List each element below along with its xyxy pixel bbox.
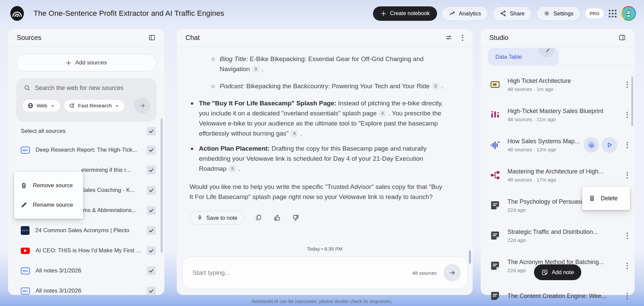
source-checkbox[interactable]: [147, 146, 156, 154]
studio-item[interactable]: Strategic Traffic and Distribution... 22…: [489, 220, 630, 251]
studio-item[interactable]: High Ticket Architecture 48 sources · 1m…: [489, 69, 630, 100]
source-checkbox[interactable]: [147, 186, 156, 195]
play-audio-button[interactable]: [602, 137, 617, 153]
studio-item-menu-icon[interactable]: [625, 110, 630, 120]
chat-settings-sliders-icon[interactable]: [444, 33, 454, 43]
web-filter-dropdown[interactable]: Web: [22, 99, 60, 112]
avatar-image: [622, 7, 635, 20]
pin-icon: [197, 215, 203, 221]
chat-bullet: The "Buy It For Life Basecamp" Splash Pa…: [190, 98, 447, 139]
note-icon: [489, 260, 501, 271]
sources-panel: Sources Add sources Search the web for n…: [8, 29, 164, 295]
source-row[interactable]: AI CEO: THIS is How I'd Make My First ..…: [16, 243, 156, 258]
add-note-button[interactable]: Add note: [534, 264, 581, 280]
research-mode-dropdown[interactable]: Fast Research: [64, 99, 125, 112]
notebooklm-doc-icon: m+: [21, 147, 30, 154]
studio-panel-header: Studio: [481, 29, 635, 47]
audio-actions: [584, 137, 617, 153]
source-checkbox[interactable]: [147, 246, 156, 255]
thumbs-up-icon[interactable]: [272, 213, 282, 223]
chat-scrollbar[interactable]: [469, 250, 471, 264]
trash-icon: [588, 195, 596, 202]
data-table-label: Data Table: [495, 54, 522, 60]
source-row[interactable]: m+ All notes 3/1/2026: [16, 284, 156, 298]
chat-panel: Chat Blog Title: E-Bike Bikepacking: Ess…: [177, 29, 473, 295]
note-icon: [489, 230, 501, 241]
chat-date-divider: Today • 6:39 PM: [177, 246, 473, 252]
mindmap-icon: [489, 169, 501, 181]
sources-scrollbar[interactable]: [161, 118, 163, 253]
studio-item-menu-icon[interactable]: [625, 170, 630, 181]
citation-chip[interactable]: 3: [432, 83, 439, 90]
select-all-checkbox[interactable]: [147, 127, 156, 136]
studio-item-menu-icon[interactable]: [625, 80, 630, 90]
rename-source-menu-item[interactable]: Rename source: [14, 195, 83, 215]
source-checkbox[interactable]: [147, 266, 156, 275]
delete-menu-item[interactable]: Delete: [582, 187, 630, 210]
plecto-favicon: PLECTO: [21, 226, 30, 235]
chevron-down-icon: [50, 103, 55, 108]
studio-item-audio-overview[interactable]: How Sales Systems Map... 48 sources · 12…: [489, 130, 630, 160]
notebook-title[interactable]: The One-Sentence Profit Extractor and AI…: [34, 9, 224, 18]
plus-icon: [380, 10, 387, 17]
chat-panel-title: Chat: [185, 34, 200, 42]
share-button[interactable]: Share: [493, 6, 532, 21]
plus-icon: [65, 60, 72, 66]
search-submit-button[interactable]: [134, 98, 150, 114]
interactive-mode-button[interactable]: [584, 137, 599, 153]
settings-button[interactable]: Settings: [536, 6, 581, 21]
chat-more-menu-icon[interactable]: [460, 33, 465, 43]
chat-response-actions: Save to note: [190, 211, 447, 225]
citation-chip[interactable]: 4: [379, 110, 386, 117]
send-message-button[interactable]: [443, 264, 461, 282]
source-checkbox[interactable]: [147, 206, 156, 215]
notebooklm-app: The One-Sentence Profit Extractor and AI…: [0, 0, 644, 306]
share-icon: [500, 10, 506, 17]
data-table-tile[interactable]: Data Table: [488, 48, 559, 65]
search-input[interactable]: Search the web for new sources: [35, 84, 123, 92]
notebooklm-logo-icon[interactable]: [9, 6, 25, 21]
studio-tiles-row: Data Table: [481, 47, 635, 66]
citation-chip[interactable]: 4: [291, 130, 298, 137]
create-notebook-button[interactable]: Create notebook: [373, 6, 437, 21]
source-checkbox[interactable]: [147, 287, 156, 295]
collapse-sources-panel-icon[interactable]: [147, 33, 157, 43]
studio-item-menu-icon[interactable]: [625, 140, 630, 150]
source-context-menu: Remove source Rename source: [14, 172, 83, 219]
thumbs-down-icon[interactable]: [291, 213, 301, 223]
search-filters: Web Fast Research: [22, 98, 150, 114]
studio-item-menu-icon[interactable]: [625, 261, 630, 271]
save-to-note-button[interactable]: Save to note: [190, 211, 245, 225]
chat-input[interactable]: [186, 269, 412, 276]
edit-tile-button[interactable]: [539, 48, 555, 57]
select-all-label: Select all sources: [21, 128, 65, 135]
avatar[interactable]: [621, 6, 636, 21]
search-row[interactable]: Search the web for new sources: [22, 84, 150, 92]
studio-panel-title: Studio: [489, 34, 508, 42]
collapse-studio-panel-icon[interactable]: [617, 33, 627, 43]
sources-panel-title: Sources: [17, 34, 41, 42]
source-checkbox[interactable]: [147, 226, 156, 235]
studio-item[interactable]: High-Ticket Mastery Sales Blueprint 48 s…: [489, 100, 630, 130]
pencil-icon: [546, 48, 549, 52]
web-search-card: Search the web for new sources Web Fast …: [16, 78, 156, 122]
select-all-row: Select all sources: [16, 125, 156, 137]
studio-panel: Studio Data Table High Ticket Architectu…: [481, 29, 635, 295]
source-checkbox[interactable]: [147, 166, 156, 174]
source-row[interactable]: PLECTO 24 Common Sales Acronyms | Plecto: [16, 223, 156, 238]
audio-waveform-icon: [489, 139, 501, 151]
studio-scrollbar[interactable]: [631, 76, 633, 126]
studio-item-menu-icon[interactable]: [625, 231, 630, 241]
remove-source-menu-item[interactable]: Remove source: [14, 176, 83, 195]
google-apps-grid-icon[interactable]: [608, 9, 616, 17]
copy-icon[interactable]: [253, 213, 263, 223]
citation-chip[interactable]: 5: [229, 165, 236, 172]
analytics-icon: [449, 10, 455, 17]
studio-item[interactable]: Mastering the Architecture of High... 48…: [489, 160, 630, 190]
source-row[interactable]: m+ All notes 3/1/2026: [16, 263, 156, 278]
sparkle-search-icon: [69, 102, 75, 109]
add-sources-button[interactable]: Add sources: [16, 54, 156, 71]
source-row[interactable]: m+ Deep Research Report: The High-Tick..…: [16, 143, 156, 157]
analytics-button[interactable]: Analytics: [442, 6, 488, 21]
citation-chip[interactable]: 3: [252, 66, 259, 72]
